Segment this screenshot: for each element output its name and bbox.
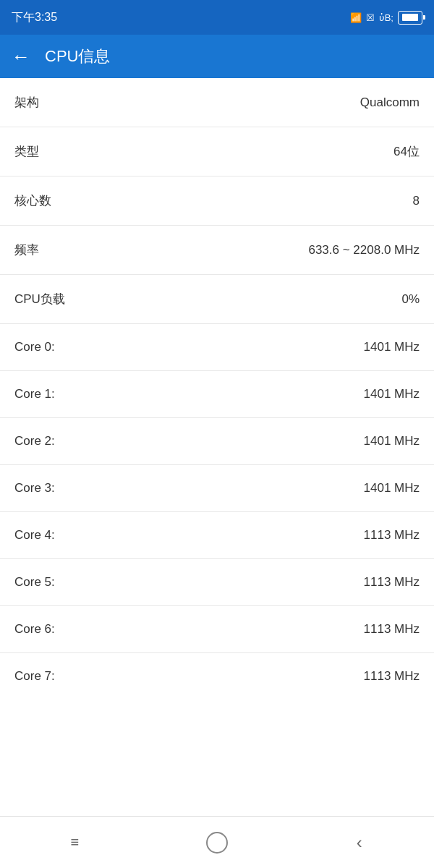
row-value: 1401 MHz (364, 387, 420, 401)
menu-nav-icon[interactable]: ≡ (56, 825, 93, 861)
status-time: 下午3:35 (12, 10, 57, 25)
battery-display (398, 11, 422, 25)
row-value: 64位 (393, 143, 420, 160)
row-value: 8 (413, 194, 420, 208)
table-row: 频率633.6 ~ 2208.0 MHz (0, 226, 434, 275)
nav-bar: ≡ ‹ (0, 816, 434, 868)
sim-icon: ☒ (366, 12, 375, 23)
row-value: 1113 MHz (364, 528, 420, 542)
row-label: 频率 (14, 242, 39, 258)
row-label: Core 0: (14, 340, 55, 354)
table-row: CPU负载0% (0, 275, 434, 324)
row-label: Core 2: (14, 434, 55, 448)
home-nav-icon[interactable] (206, 832, 228, 854)
table-row: Core 4:1113 MHz (0, 512, 434, 559)
table-row: 核心数8 (0, 176, 434, 226)
row-label: Core 4: (14, 528, 55, 542)
row-label: Core 7: (14, 669, 55, 684)
table-row: 类型64位 (0, 127, 434, 176)
back-nav-icon[interactable]: ‹ (341, 825, 378, 861)
table-row: Core 3:1401 MHz (0, 465, 434, 512)
table-row: Core 2:1401 MHz (0, 418, 434, 465)
row-value: 1401 MHz (364, 434, 420, 448)
row-label: Core 5: (14, 575, 55, 590)
row-label: Core 3: (14, 481, 55, 495)
table-row: Core 6:1113 MHz (0, 606, 434, 653)
row-label: 架构 (14, 94, 39, 111)
wifi-icon: 📶 (350, 12, 362, 23)
app-bar: ← CPU信息 (0, 35, 434, 78)
table-row: Core 0:1401 MHz (0, 324, 434, 371)
content-area: 架构Qualcomm类型64位核心数8频率633.6 ~ 2208.0 MHzC… (0, 78, 434, 816)
row-value: Qualcomm (360, 95, 420, 110)
row-value: 1113 MHz (364, 575, 420, 590)
row-value: 633.6 ~ 2208.0 MHz (308, 243, 420, 258)
table-row: Core 1:1401 MHz (0, 371, 434, 418)
table-row: Core 7:1113 MHz (0, 653, 434, 699)
table-row: 架构Qualcomm (0, 78, 434, 127)
row-value: 1113 MHz (364, 669, 420, 684)
row-label: Core 6: (14, 622, 55, 637)
row-label: 核心数 (14, 192, 51, 209)
row-value: 1401 MHz (364, 340, 420, 354)
app-bar-title: CPU信息 (45, 46, 110, 67)
table-row: Core 5:1113 MHz (0, 559, 434, 606)
status-icons: 📶 ☒ ὐ‌B; (350, 11, 422, 25)
row-label: 类型 (14, 143, 39, 160)
row-label: Core 1: (14, 387, 55, 401)
battery-icon: ὐ‌B; (379, 12, 393, 23)
row-value: 1113 MHz (364, 622, 420, 637)
back-button[interactable]: ← (12, 46, 30, 68)
row-label: CPU负载 (14, 291, 65, 307)
status-bar: 下午3:35 📶 ☒ ὐ‌B; (0, 0, 434, 35)
row-value: 0% (401, 292, 420, 307)
row-value: 1401 MHz (364, 481, 420, 495)
